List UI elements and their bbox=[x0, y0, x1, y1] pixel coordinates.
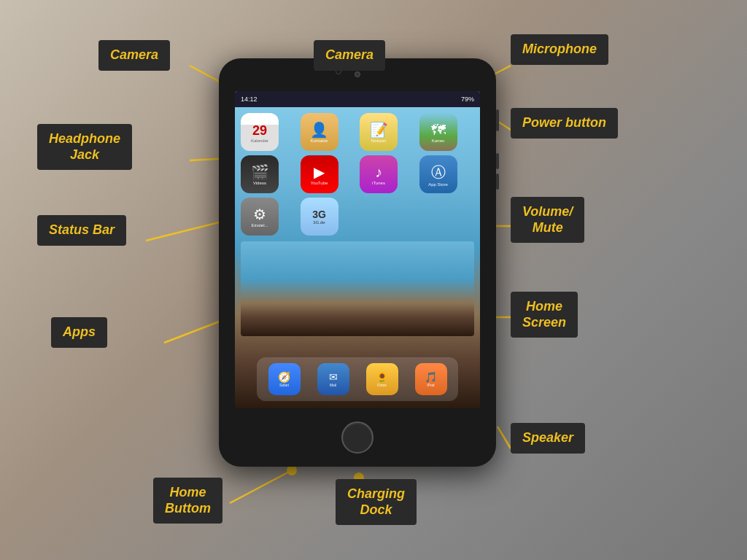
app-settings[interactable]: ⚙ Einstel... bbox=[241, 198, 279, 236]
app-calendar[interactable]: 29 Kalender bbox=[241, 113, 279, 151]
app-videos[interactable]: 🎬 Videos bbox=[241, 155, 279, 193]
app-maps[interactable]: 🗺 Karten bbox=[419, 113, 457, 151]
label-microphone: Microphone bbox=[511, 34, 608, 65]
label-camera-center: Camera bbox=[314, 40, 385, 71]
volume-down-button[interactable] bbox=[496, 174, 499, 190]
ipad-screen: 14:12 79% 29 Kalender 👤 Kontakte 📝 Notiz… bbox=[235, 91, 480, 408]
label-volume-mute: Volume/Mute bbox=[511, 197, 584, 243]
app-contacts[interactable]: 👤 Kontakte bbox=[301, 113, 338, 151]
camera-top bbox=[355, 71, 360, 77]
power-button-physical[interactable] bbox=[496, 109, 499, 131]
status-bar-area: 14:12 79% bbox=[235, 91, 480, 107]
ipad-device: 14:12 79% 29 Kalender 👤 Kontakte 📝 Notiz… bbox=[219, 58, 496, 467]
dock-photos[interactable]: 🌻 Fotos bbox=[366, 363, 398, 395]
battery-display: 79% bbox=[461, 96, 474, 103]
app-itunes[interactable]: ♪ iTunes bbox=[360, 155, 398, 193]
dock: 🧭 Safari ✉ Mail 🌻 Fotos 🎵 iPod bbox=[257, 357, 458, 401]
label-charging-dock: ChargingDock bbox=[336, 479, 417, 525]
app-grid: 29 Kalender 👤 Kontakte 📝 Notizen 🗺 Karte… bbox=[235, 107, 480, 241]
app-appstore[interactable]: Ⓐ App Store bbox=[419, 155, 457, 193]
dock-ipod[interactable]: 🎵 iPod bbox=[415, 363, 447, 395]
time-display: 14:12 bbox=[241, 96, 258, 103]
dock-safari[interactable]: 🧭 Safari bbox=[268, 363, 301, 395]
dock-mail[interactable]: ✉ Mail bbox=[317, 363, 349, 395]
label-status-bar: Status Bar bbox=[37, 215, 126, 246]
label-home-screen: HomeScreen bbox=[511, 292, 578, 338]
label-apps: Apps bbox=[51, 317, 107, 348]
home-button-physical[interactable] bbox=[341, 421, 374, 454]
label-headphone-jack: HeadphoneJack bbox=[37, 124, 132, 170]
app-3g[interactable]: 3G 3G.de bbox=[301, 198, 338, 236]
volume-up-button[interactable] bbox=[496, 153, 499, 169]
label-power-button: Power button bbox=[511, 108, 618, 139]
label-camera-left: Camera bbox=[98, 40, 170, 71]
wallpaper-photo bbox=[241, 241, 474, 336]
label-speaker: Speaker bbox=[511, 423, 585, 454]
app-notes[interactable]: 📝 Notizen bbox=[360, 113, 398, 151]
label-home-bottom: HomeButtom bbox=[153, 478, 222, 524]
app-youtube[interactable]: ▶ YouTube bbox=[301, 155, 338, 193]
